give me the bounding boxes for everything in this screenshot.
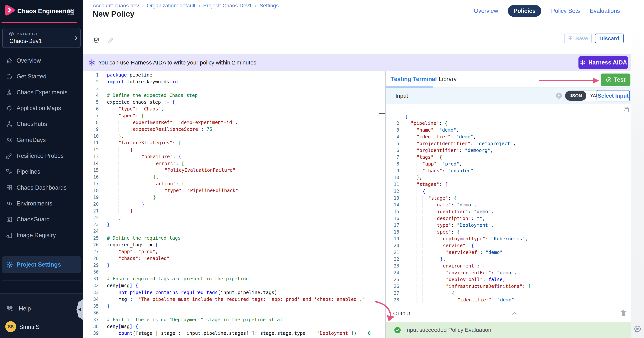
code-line[interactable]: 25 "deployToAll": false, [386, 276, 631, 283]
select-input-button[interactable]: Select Input [596, 90, 630, 101]
code-line[interactable]: 38deny[msg] { [83, 323, 385, 330]
nav-overview[interactable]: Overview [474, 8, 498, 14]
code-line[interactable]: 7 "spec": { [83, 112, 385, 119]
code-line[interactable]: 6 "orgIdentifier": "demoorg", [386, 147, 631, 154]
code-line[interactable]: 22 }, [386, 256, 631, 263]
policy-code-editor[interactable]: 1package pipeline2import future.keywords… [83, 71, 385, 338]
user-menu[interactable]: SS Smriti S [0, 320, 83, 334]
sidebar-item-get-started[interactable]: Get Started [0, 69, 83, 85]
code-line[interactable]: 13 "stage": { [386, 195, 631, 201]
tab-testing-terminal[interactable]: Testing Terminal [391, 76, 437, 83]
sidebar-item-chaosguard[interactable]: ChaosGuard [0, 211, 83, 227]
code-line[interactable]: 18 "spec": { [386, 229, 631, 235]
breadcrumb-item[interactable]: Project: Chaos-Dev1 [203, 3, 252, 9]
breadcrumb-item[interactable]: Account: chaos-dev [93, 3, 139, 9]
format-option-json[interactable]: JSON [565, 91, 586, 101]
code-line[interactable]: 12 { [386, 188, 631, 195]
test-button[interactable]: Test [601, 74, 630, 86]
code-line[interactable]: 11 "stages": [ [386, 181, 631, 188]
code-line[interactable]: 19 } [83, 194, 385, 201]
sidebar-item-overview[interactable]: Overview [0, 53, 83, 69]
chevron-up-icon[interactable] [511, 310, 518, 317]
code-line[interactable]: 15 "PolicyEvaluationFailure" [83, 167, 385, 174]
code-line[interactable]: 5expected_chaos_step := { [83, 99, 385, 106]
nav-policy-sets[interactable]: Policy Sets [551, 8, 580, 14]
policy-shield-check-icon[interactable] [93, 37, 100, 44]
edit-pencil-icon[interactable] [107, 37, 114, 44]
code-line[interactable]: 19 "deploymentType": "Kubernetes", [386, 235, 631, 242]
code-line[interactable]: 31# Ensure required tags are present in … [83, 275, 385, 282]
project-selector[interactable]: PROJECT Chaos-Dev1 [2, 28, 80, 48]
code-line[interactable]: 13 "onFailure": { [83, 153, 385, 160]
app-switcher-grid-icon[interactable] [67, 8, 75, 16]
code-line[interactable]: 34 msg := "The pipeline must include the… [83, 296, 385, 303]
code-line[interactable]: 36 [83, 309, 385, 316]
code-line[interactable]: 24 [83, 228, 385, 235]
code-line[interactable]: 14 "name": "demo", [386, 201, 631, 208]
code-line[interactable]: 20 } [83, 201, 385, 208]
input-json-editor[interactable]: 1{2 "pipeline": {3 "name": "demo",4 "ide… [386, 104, 631, 305]
code-line[interactable]: 33 not pipeline_contains_required_tags(i… [83, 289, 385, 296]
code-line[interactable]: 24 "environmentRef": "demo", [386, 269, 631, 276]
split-drag-handle[interactable] [379, 113, 385, 114]
code-line[interactable]: 3 "name": "demo", [386, 127, 631, 133]
code-line[interactable]: 16 ], [83, 174, 385, 180]
sidebar-item-project-settings[interactable]: Project Settings [2, 256, 80, 273]
code-line[interactable]: 29} [83, 262, 385, 269]
code-line[interactable]: 9 "expectedResilienceScore": 75 [83, 126, 385, 133]
code-line[interactable]: 17 "type": "Deployment", [386, 222, 631, 229]
code-line[interactable]: 26 "infrastructureDefinitions": [ [386, 283, 631, 290]
code-line[interactable]: 27 { [386, 290, 631, 296]
code-line[interactable]: 21 "serviceRef": "demo" [386, 249, 631, 256]
code-line[interactable]: 7 "tags": { [386, 154, 631, 161]
code-line[interactable]: 8 "app": "prod", [386, 161, 631, 167]
sidebar-item-pipelines[interactable]: Pipelines [0, 164, 83, 180]
code-line[interactable]: 2import future.keywords.in [83, 78, 385, 85]
copy-icon[interactable] [622, 106, 630, 113]
code-line[interactable]: 11 "failureStrategies": [ [83, 140, 385, 146]
sidebar-item-chaos-dashboards[interactable]: Chaos Dashboards [0, 180, 83, 196]
code-line[interactable]: 4 "identifier": "demo", [386, 133, 631, 140]
code-line[interactable]: 17 "action": { [83, 180, 385, 187]
code-line[interactable]: 28 "identifier": "demo" [386, 296, 631, 303]
support-chat-icon[interactable] [634, 325, 642, 333]
code-line[interactable]: 37# Fail if there is no "Deployment" sta… [83, 316, 385, 323]
nav-evaluations[interactable]: Evaluations [590, 8, 620, 14]
breadcrumb-item[interactable]: Organization: default [147, 3, 195, 9]
help-button[interactable]: ? Help [0, 302, 83, 315]
code-line[interactable]: 8 "experimentRef": "demo-experiment-id", [83, 119, 385, 126]
code-line[interactable]: 10 }, [83, 133, 385, 140]
code-line[interactable]: 4# Define the expected Chaos step [83, 92, 385, 99]
code-line[interactable]: 16 "description": "", [386, 215, 631, 222]
code-line[interactable]: 20 "service": { [386, 242, 631, 249]
code-line[interactable]: 35} [83, 303, 385, 309]
code-line[interactable]: 9 "chaos": "enabled" [386, 167, 631, 174]
save-button[interactable]: Save [564, 34, 592, 43]
sidebar-item-chaoshubs[interactable]: ChaosHubs [0, 116, 83, 132]
code-line[interactable]: 3 [83, 85, 385, 92]
code-line[interactable]: 5 "projectIdentifier": "demoproject", [386, 140, 631, 147]
code-line[interactable]: 2 "pipeline": { [386, 120, 631, 127]
code-line[interactable]: 1{ [386, 113, 631, 120]
code-line[interactable]: 25# Define the required tags [83, 235, 385, 241]
sidebar-item-chaos-experiments[interactable]: Chaos Experiments [0, 84, 83, 101]
sidebar-item-environments[interactable]: Environments [0, 195, 83, 212]
code-line[interactable]: 23 "environment": { [386, 263, 631, 269]
code-line[interactable]: 6 "type": "Chaos", [83, 106, 385, 112]
sidebar-item-gamedays[interactable]: GameDays [0, 132, 83, 148]
code-line[interactable]: 40 msg := "The pipeline must include a '… [83, 337, 385, 338]
harness-aida-button[interactable]: Harness AIDA [578, 56, 628, 69]
code-line[interactable]: 32deny[msg] { [83, 282, 385, 289]
code-line[interactable]: 18 "type": "PipelineRollback" [83, 187, 385, 194]
code-line[interactable]: 39 count([stage | stage := input.pipelin… [83, 330, 385, 337]
code-line[interactable]: 10 }, [386, 174, 631, 181]
code-line[interactable]: 12 { [83, 146, 385, 153]
sidebar-item-image-registry[interactable]: Image Registry [0, 227, 83, 243]
discard-button[interactable]: Discard [595, 34, 624, 43]
trash-icon[interactable] [620, 309, 627, 317]
code-line[interactable]: 27 "app": "prod", [83, 248, 385, 255]
code-line[interactable]: 15 "identifier": "demo", [386, 208, 631, 215]
code-line[interactable]: 26required_tags := { [83, 241, 385, 248]
sidebar-item-resilience-probes[interactable]: Resilience Probes [0, 148, 83, 164]
nav-policies[interactable]: Policies [508, 5, 541, 17]
